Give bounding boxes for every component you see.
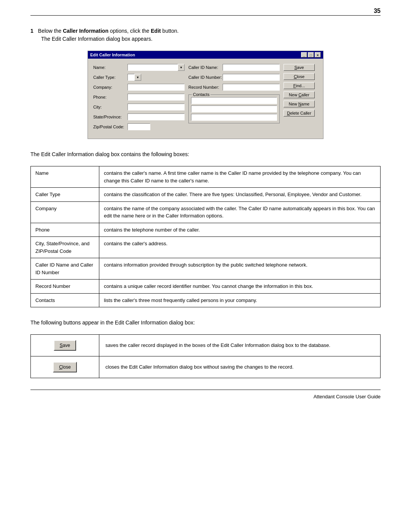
- record-number-field-row: Record Number:: [188, 84, 280, 91]
- minimize-button[interactable]: _: [301, 52, 307, 58]
- phone-field-row: Phone:: [93, 94, 185, 101]
- record-number-label: Record Number:: [188, 85, 223, 89]
- name-field-row: Name: ▼: [93, 64, 185, 71]
- dialog-titlebar-buttons: _ □ ×: [301, 52, 321, 58]
- contact-input-3[interactable]: [191, 114, 277, 121]
- state-label: State/Province:: [93, 115, 127, 119]
- save-dialog-button[interactable]: Save: [284, 64, 315, 71]
- table-cell-label: Name: [31, 166, 99, 188]
- new-caller-dialog-button[interactable]: New Caller: [284, 91, 315, 98]
- close-dialog-button[interactable]: Close: [284, 73, 315, 80]
- table-cell-desc: contains the telephone number of the cal…: [99, 223, 381, 237]
- record-number-input[interactable]: [223, 84, 280, 91]
- new-name-dialog-button[interactable]: New Name: [284, 101, 315, 107]
- dialog-screenshot: Edit Caller Information _ □ × Name: ▼: [88, 51, 323, 139]
- table-row: Contactslists the caller's three most fr…: [31, 293, 381, 307]
- table-cell-label: Caller ID Name and Caller ID Number: [31, 258, 99, 280]
- phone-label: Phone:: [93, 95, 127, 99]
- caller-type-input-container: ▼: [127, 74, 185, 81]
- table-cell-label: Contacts: [31, 293, 99, 307]
- table-row: Record Numbercontains a unique caller re…: [31, 280, 381, 294]
- info-table: Namecontains the caller's name. A first …: [30, 166, 381, 307]
- footer-text: Attendant Console User Guide: [314, 394, 381, 399]
- btn-cell: Save: [31, 335, 99, 356]
- step-number: 1: [30, 28, 33, 34]
- caller-id-name-field-row: Caller ID Name:: [188, 64, 280, 71]
- step-instruction: 1Below the Caller Information options, c…: [30, 27, 381, 43]
- table-cell-desc: contains a unique caller record identifi…: [99, 280, 381, 294]
- dialog-buttons: Save Close Find... New Caller New Name D…: [284, 64, 318, 133]
- dialog-content: Name: ▼ Caller Type: ▼: [93, 64, 318, 133]
- caller-id-number-label: Caller ID Number:: [188, 75, 223, 80]
- caller-type-input[interactable]: [127, 74, 134, 81]
- caller-id-name-input[interactable]: [223, 64, 280, 71]
- caller-id-name-label: Caller ID Name:: [188, 65, 223, 70]
- dialog-left: Name: ▼ Caller Type: ▼: [93, 64, 185, 133]
- contact-input-2[interactable]: [191, 105, 277, 112]
- company-input[interactable]: [127, 84, 185, 91]
- following-buttons-text: The following buttons appear in the Edit…: [30, 319, 381, 327]
- contacts-label: Contacts: [192, 92, 210, 97]
- instruction-text-1: Below the Caller Information options, cl…: [38, 28, 179, 34]
- state-field-row: State/Province:: [93, 113, 185, 120]
- state-input[interactable]: [127, 113, 185, 120]
- btn-desc-cell: closes the Edit Caller Information dialo…: [99, 356, 381, 378]
- middle-top: Caller ID Name: Caller ID Number: Record…: [188, 64, 280, 91]
- table-cell-desc: contains the caller's address.: [99, 237, 381, 258]
- table-cell-label: Caller Type: [31, 188, 99, 202]
- btn-cell: Close: [31, 356, 99, 378]
- table-cell-desc: contains the name of the company associa…: [99, 201, 381, 223]
- caller-type-label: Caller Type:: [93, 75, 127, 80]
- name-input[interactable]: [127, 64, 178, 71]
- dialog-middle: Caller ID Name: Caller ID Number: Record…: [188, 64, 280, 133]
- name-dropdown-arrow[interactable]: ▼: [178, 64, 185, 71]
- contact-input-1[interactable]: [191, 97, 277, 104]
- name-input-container: ▼: [127, 64, 185, 71]
- close-title-button[interactable]: ×: [315, 52, 321, 58]
- zip-input[interactable]: [127, 123, 150, 130]
- table-cell-desc: contains the caller's name. A first time…: [99, 166, 381, 188]
- contacts-group: Contacts: [188, 94, 280, 123]
- city-label: City:: [93, 105, 127, 109]
- description-text: The Edit Caller Information dialog box c…: [30, 150, 381, 158]
- caller-id-number-input[interactable]: [223, 74, 280, 81]
- btn-table-row: Closecloses the Edit Caller Information …: [31, 356, 381, 378]
- table-cell-desc: contains the classification of the calle…: [99, 188, 381, 202]
- table-row: Phonecontains the telephone number of th…: [31, 223, 381, 237]
- table-row: Caller ID Name and Caller ID Numberconta…: [31, 258, 381, 280]
- btn-table-row: Savesaves the caller record displayed in…: [31, 335, 381, 356]
- edit-bold: Edit: [151, 28, 161, 34]
- zip-field-row: Zip/Postal Code:: [93, 123, 185, 130]
- caller-type-field-row: Caller Type: ▼: [93, 74, 185, 81]
- bottom-rule: [30, 390, 381, 390]
- buttons-table: Savesaves the caller record displayed in…: [30, 334, 381, 378]
- caller-info-bold: Caller Information: [63, 28, 108, 34]
- table-cell-label: Record Number: [31, 280, 99, 294]
- dialog-titlebar: Edit Caller Information _ □ ×: [88, 51, 323, 59]
- demo-button[interactable]: Save: [54, 340, 76, 351]
- table-cell-label: City, State/Province, and ZIP/Postal Cod…: [31, 237, 99, 258]
- table-cell-desc: lists the caller's three most frequently…: [99, 293, 381, 307]
- dialog-title: Edit Caller Information: [90, 53, 135, 57]
- company-label: Company:: [93, 85, 127, 89]
- city-field-row: City:: [93, 104, 185, 110]
- table-cell-desc: contains information provided through su…: [99, 258, 381, 280]
- maximize-button[interactable]: □: [308, 52, 314, 58]
- demo-button[interactable]: Close: [53, 362, 77, 372]
- name-label: Name:: [93, 65, 127, 70]
- delete-caller-dialog-button[interactable]: Delete Caller: [284, 110, 315, 117]
- find-dialog-button[interactable]: Find...: [284, 82, 315, 89]
- zip-label: Zip/Postal Code:: [93, 125, 127, 129]
- btn-desc-cell: saves the caller record displayed in the…: [99, 335, 381, 356]
- caller-id-number-field-row: Caller ID Number:: [188, 74, 280, 81]
- table-row: City, State/Province, and ZIP/Postal Cod…: [31, 237, 381, 258]
- dialog-body: Name: ▼ Caller Type: ▼: [88, 59, 323, 139]
- table-row: Namecontains the caller's name. A first …: [31, 166, 381, 188]
- city-input[interactable]: [127, 104, 185, 110]
- table-row: Caller Typecontains the classification o…: [31, 188, 381, 202]
- footer: Attendant Console User Guide: [30, 394, 381, 399]
- phone-input[interactable]: [127, 94, 185, 101]
- company-field-row: Company:: [93, 84, 185, 91]
- caller-type-dropdown-arrow[interactable]: ▼: [134, 74, 141, 81]
- page-container: 35 1Below the Caller Information options…: [0, 0, 411, 422]
